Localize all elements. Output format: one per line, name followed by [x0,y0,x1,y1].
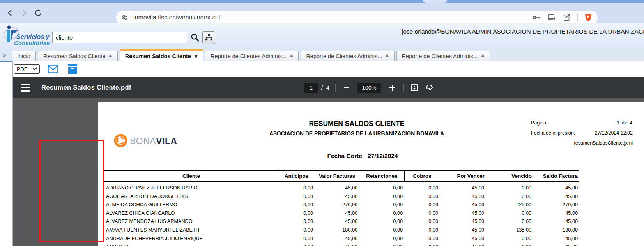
column-header-vencido: Vencido [486,171,533,181]
column-header-anticipos: Anticipos [278,171,315,181]
back-icon[interactable] [5,8,15,18]
amount-cell: 45,00 [315,193,359,201]
amount-cell: 45,00 [315,184,359,193]
amount-cell: 0,00 [359,243,404,246]
page-total: 4 [326,85,329,91]
column-header-saldo-factura: Saldo Factura [533,171,579,181]
app-header: Servicios y Consultorias jose.orlando@BO… [0,23,644,48]
client-name-cell: ALVAREZ MENDOZA LUIS ARMANDO [104,218,278,226]
amount-cell: 0,00 [486,218,533,226]
forward-icon[interactable] [19,8,29,18]
tab-close-icon[interactable]: ✖ [194,54,198,58]
fit-page-icon[interactable] [410,83,419,92]
url-text[interactable]: inmovila.itsc.ec/webui/index.zul [133,14,220,21]
amount-cell: 0,00 [278,226,315,235]
column-header-cliente: Cliente [104,171,278,181]
print-date-value: 27/12/2024 12:02 [581,130,633,136]
amount-cell: 0,00 [278,218,315,226]
client-name-cell: AMAYA FUENTES MARYURI ELIZABETH [104,226,278,235]
amount-cell: 45,00 [533,243,579,246]
table-row: ALVAREZ MENDOZA LUIS ARMANDO0,0045,000,0… [104,218,579,226]
pdf-viewer-toolbar: Resumen Saldos Cliente.pdf 1 / 4 100% [13,77,644,98]
table-row: AMAYA FUENTES MARYURI ELIZABETH0,00180,0… [104,226,579,235]
tab-resumen-saldos-cliente-1[interactable]: Resumen Saldos Cliente✖ [38,51,118,61]
page-value: 1 de 4 [595,120,633,126]
tab-close-icon[interactable]: ✖ [108,54,112,58]
tab-resumen-saldos-cliente-2[interactable]: Resumen Saldos Cliente✖ [120,49,203,62]
sitemap-icon [205,34,213,41]
tab-inicio-0[interactable]: Inicio [12,51,36,61]
tab-reporte-de-clientes-adminis-4[interactable]: Reporte de Clientes Adminis...✖ [301,51,394,61]
share-icon[interactable] [562,13,571,22]
rotate-icon[interactable] [425,83,434,92]
logged-user-label: jose.orlando@BONAVILA ADMIN.ASOCIACION D… [402,28,644,35]
amount-cell: 45,00 [533,218,579,226]
bonavila-logo-text: BONAVILA [130,136,177,147]
amount-cell: 0,00 [359,184,404,193]
client-name-cell: ALVAREZ CHICA GIANCARLO [104,209,278,218]
amount-cell: 45,00 [533,235,579,243]
tab-label: Resumen Saldos Cliente [125,51,191,61]
amount-cell: 45,00 [533,209,579,218]
browser-tab-strip [0,0,644,3]
amount-cell: 0,00 [359,193,404,201]
amount-cell: 0,00 [359,209,404,218]
table-row: ADRIANO CHAVEZ JEFFERSON DARIO0,0045,000… [104,184,579,193]
amount-cell: 0,00 [278,201,315,209]
amount-cell: 270,00 [533,201,579,209]
client-name-cell: AGUILAR ARBOLEDA JORGE LUIS [104,193,278,201]
tab-overflow-indicator[interactable]: » [3,51,6,58]
menu-icon[interactable] [21,84,30,92]
tab-label: Reporte de Clientes Adminis... [306,51,382,61]
report-file-name: resumenSaldosCliente.jxml [542,140,633,146]
chevron-down-icon [32,67,37,71]
browser-active-tab-remnant[interactable] [423,0,447,3]
page-number-input[interactable]: 1 [304,83,318,93]
pdf-scroll-area[interactable]: RESUMEN SALDOS CLIENTE ASOCIACION DE PRO… [13,98,644,246]
amount-cell: 0,00 [359,218,404,226]
tab-close-icon[interactable]: ✖ [385,54,389,58]
tab-reporte-de-clientes-adminis-5[interactable]: Reporte de Clientes Adminis...✖ [396,51,490,61]
send-email-button[interactable] [47,64,59,74]
amount-cell: 45,00 [440,201,486,209]
amount-cell: 45,00 [440,218,486,226]
red-annotation-rectangle [39,140,104,242]
amount-cell: 0,00 [278,235,315,243]
toolbar-separator [335,84,336,92]
zoom-out-icon[interactable] [344,87,349,88]
amount-cell: 0,00 [359,235,404,243]
zoom-in-icon[interactable] [389,85,395,91]
column-header-por-vencer: Por Vencer [440,171,486,181]
amount-cell: 0,00 [278,243,315,246]
tab-close-icon[interactable]: ✖ [290,54,293,58]
archive-button[interactable] [67,64,78,74]
amount-cell: 0,00 [404,193,440,201]
amount-cell: 0,00 [404,218,440,226]
tab-label: Reporte de Clientes Adminis... [211,51,287,61]
app-tab-strip: InicioResumen Saldos Cliente✖Resumen Sal… [12,48,490,61]
search-icon[interactable] [190,32,200,42]
app-tab-bar: » InicioResumen Saldos Cliente✖Resumen S… [0,48,644,62]
amount-cell: 45,00 [440,226,486,235]
passwords-key-icon[interactable] [532,13,541,22]
search-input[interactable] [52,32,187,43]
amount-cell: 45,00 [440,193,486,201]
tab-reporte-de-clientes-adminis-3[interactable]: Reporte de Clientes Adminis...✖ [205,51,299,61]
amount-cell: 0,00 [486,184,533,193]
send-to-device-icon[interactable] [547,13,556,22]
table-row: AGUILAR ARBOLEDA JORGE LUIS0,0045,000,00… [104,193,579,201]
reload-icon[interactable] [34,8,43,18]
envelope-icon [48,65,58,73]
amount-cell: 0,00 [278,209,315,218]
amount-cell: 0,00 [278,193,315,201]
sitemap-button[interactable] [202,31,215,44]
amount-cell: 0,00 [486,243,533,246]
brave-shield-icon[interactable] [584,13,593,22]
export-format-select[interactable]: PDF [14,64,40,74]
amount-cell: 0,00 [486,193,533,201]
zoom-level-value[interactable]: 100% [357,83,381,93]
fecha-corte-label: Fecha Corte [327,152,362,159]
tab-close-icon[interactable]: ✖ [481,54,485,58]
tune-icon[interactable] [121,14,129,21]
export-bar: PDF [13,61,644,77]
